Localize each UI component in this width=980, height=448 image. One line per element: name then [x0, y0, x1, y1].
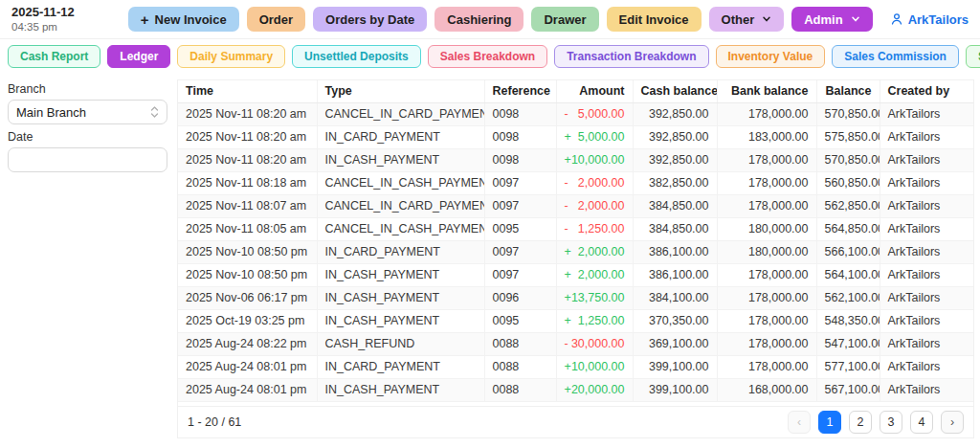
cell-time: 2025 Aug-24 08:01 pm	[178, 356, 317, 379]
top-button-admin[interactable]: Admin	[791, 7, 872, 32]
cell-time: 2025 Nov-10 08:50 pm	[178, 241, 317, 264]
cell-type: CANCEL_IN_CARD_PAYMENT	[317, 103, 484, 126]
cell-balance: 562,850.00	[816, 195, 880, 218]
cell-reference: 0095	[484, 310, 556, 333]
tab-daily-summary[interactable]: Daily Summary	[177, 45, 285, 68]
cell-reference: 0088	[484, 379, 556, 402]
top-button-order[interactable]: Order	[247, 7, 305, 32]
cell-time: 2025 Nov-11 08:07 am	[178, 195, 317, 218]
cell-balance: 570,850.00	[816, 103, 880, 126]
cell-reference: 0097	[484, 195, 556, 218]
cell-amount: -1,250.00	[556, 218, 633, 241]
branch-select[interactable]: Main Branch	[8, 100, 167, 124]
cell-reference: 0098	[484, 103, 556, 126]
top-button-label: Admin	[804, 12, 842, 27]
cell-created-by: ArkTailors	[880, 126, 973, 149]
cell-amount: +20,000.00	[556, 379, 633, 402]
pagination-page-4[interactable]: 4	[910, 411, 933, 434]
top-button-label: Other	[722, 12, 755, 27]
top-button-label: Orders by Date	[325, 12, 414, 27]
tab-transaction-breakdown[interactable]: Transaction Breakdown	[554, 45, 708, 68]
cell-type: IN_CARD_PAYMENT	[317, 126, 484, 149]
top-button-new-invoice[interactable]: +New Invoice	[128, 7, 239, 32]
cell-reference: 0096	[484, 287, 556, 310]
table-row: 2025 Nov-11 08:20 amIN_CASH_PAYMENT0098+…	[178, 149, 973, 172]
cell-time: 2025 Aug-24 08:22 pm	[178, 333, 317, 356]
tab-cash-report[interactable]: Cash Report	[8, 45, 100, 68]
column-header-reference: Reference	[484, 80, 556, 103]
table-header-row: TimeTypeReferenceAmountCash balanceBank …	[178, 80, 973, 103]
cell-reference: 0098	[484, 149, 556, 172]
date-filter-input[interactable]	[8, 147, 167, 172]
amount-sign: +	[565, 245, 571, 259]
cell-balance: 577,100.00	[816, 356, 880, 379]
chevron-down-icon	[762, 14, 771, 24]
cell-time: 2025 Nov-11 08:20 am	[178, 149, 317, 172]
table-row: 2025 Oct-19 03:25 pmIN_CASH_PAYMENT0095+…	[178, 310, 973, 333]
table-row: 2025 Nov-11 08:05 amCANCEL_IN_CASH_PAYME…	[178, 218, 973, 241]
amount-value: 2,000.00	[578, 176, 625, 190]
cell-bank-balance: 183,000.00	[717, 126, 816, 149]
cell-bank-balance: 178,000.00	[717, 287, 816, 310]
top-button-orders-by-date[interactable]: Orders by Date	[313, 7, 427, 32]
amount-value: 1,250.00	[578, 222, 625, 236]
pagination-pages: ‹1234›	[788, 411, 964, 434]
ledger-table-card: TimeTypeReferenceAmountCash balanceBank …	[177, 79, 974, 438]
pagination-page-2[interactable]: 2	[849, 411, 872, 434]
cell-bank-balance: 180,000.00	[717, 218, 816, 241]
column-header-type: Type	[317, 80, 484, 103]
tab-sales-breakdown[interactable]: Sales Breakdown	[428, 45, 547, 68]
cell-created-by: ArkTailors	[880, 264, 973, 287]
cell-balance: 560,850.00	[816, 172, 880, 195]
current-date: 2025-11-12	[11, 5, 75, 20]
tab-ledger[interactable]: Ledger	[107, 45, 170, 68]
cell-bank-balance: 178,000.00	[717, 264, 816, 287]
cell-amount: +10,000.00	[556, 149, 633, 172]
cell-cash-balance: 392,850.00	[633, 149, 717, 172]
pagination-prev-button[interactable]: ‹	[788, 411, 811, 434]
cell-created-by: ArkTailors	[880, 287, 973, 310]
tab-sales-commission[interactable]: Sales Commission	[832, 45, 959, 68]
cell-cash-balance: 386,100.00	[633, 241, 717, 264]
cell-bank-balance: 180,000.00	[717, 241, 816, 264]
pagination-page-1[interactable]: 1	[818, 411, 841, 434]
cell-bank-balance: 178,000.00	[717, 172, 816, 195]
cell-reference: 0097	[484, 172, 556, 195]
column-header-cash-balance: Cash balance	[633, 80, 717, 103]
tab-inventory-value[interactable]: Inventory Value	[716, 45, 826, 68]
cell-created-by: ArkTailors	[880, 103, 973, 126]
column-header-bank-balance: Bank balance	[717, 80, 816, 103]
tab-unsettled-deposits[interactable]: Unsettled Deposits	[292, 45, 421, 68]
cell-amount: +1,250.00	[556, 310, 633, 333]
amount-sign: +	[565, 383, 571, 397]
cell-amount: +2,000.00	[556, 241, 633, 264]
cell-cash-balance: 382,850.00	[633, 172, 717, 195]
pagination-page-3[interactable]: 3	[880, 411, 902, 434]
column-header-created-by: Created by	[880, 80, 973, 103]
cell-cash-balance: 392,850.00	[633, 126, 717, 149]
cell-reference: 0097	[484, 241, 556, 264]
pagination-next-button[interactable]: ›	[941, 411, 964, 434]
cell-time: 2025 Nov-11 08:20 am	[178, 126, 317, 149]
tab-staff-member-sales[interactable]: Staff Member Sales	[966, 45, 980, 68]
top-button-cashiering[interactable]: Cashiering	[434, 7, 523, 32]
amount-sign: -	[565, 222, 568, 236]
top-button-edit-invoice[interactable]: Edit Invoice	[607, 7, 702, 32]
cell-amount: -2,000.00	[556, 172, 633, 195]
cell-balance: 548,350.00	[816, 310, 880, 333]
cell-bank-balance: 178,000.00	[717, 103, 816, 126]
cell-type: IN_CASH_PAYMENT	[317, 310, 484, 333]
cell-time: 2025 Nov-06 06:17 pm	[178, 287, 317, 310]
amount-value: 2,000.00	[578, 245, 625, 259]
plus-icon: +	[141, 12, 149, 27]
amount-value: 1,250.00	[578, 314, 625, 328]
column-header-amount: Amount	[556, 80, 633, 103]
account-link[interactable]: ArkTailors	[890, 12, 969, 27]
user-icon	[890, 12, 903, 26]
cell-bank-balance: 178,000.00	[717, 310, 816, 333]
amount-sign: -	[565, 337, 568, 351]
cell-amount: +5,000.00	[556, 126, 633, 149]
top-button-drawer[interactable]: Drawer	[531, 7, 598, 32]
top-button-label: Cashiering	[447, 12, 511, 27]
top-button-other[interactable]: Other	[709, 7, 785, 32]
